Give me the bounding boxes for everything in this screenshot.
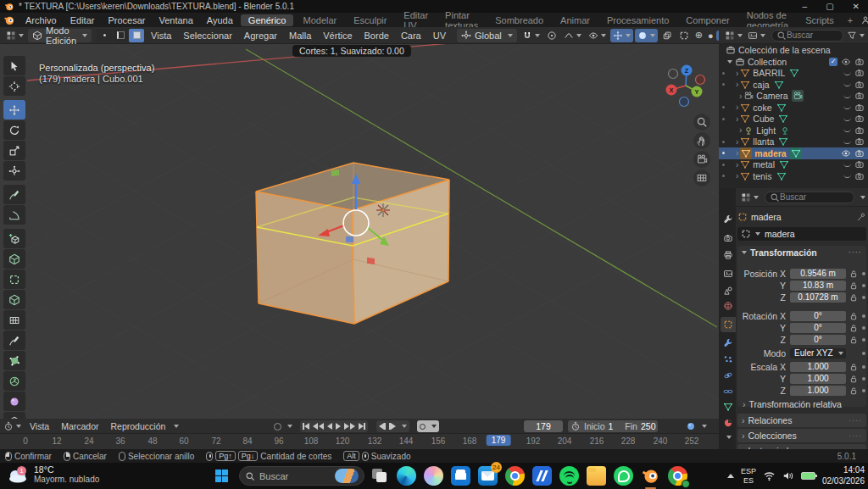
next-frame-button[interactable] [389, 420, 396, 432]
reproduccion-dropdown[interactable] [174, 425, 179, 428]
playhead-badge[interactable]: 179 [487, 435, 511, 446]
face-select-button[interactable] [129, 29, 144, 42]
tab-world[interactable] [721, 298, 736, 314]
workspace-tab-sombreado[interactable]: Sombreado [487, 14, 551, 26]
play-button[interactable] [336, 420, 341, 432]
gizmo-plane-x[interactable] [367, 258, 375, 264]
maximize-button[interactable] [826, 2, 833, 11]
posx-input[interactable]: 0.9546 m [790, 269, 846, 279]
timeline-ruler[interactable]: 0 12 24 36 48 60 72 84 96 108 120 132 14… [0, 434, 719, 449]
whatsapp-icon[interactable] [614, 466, 633, 486]
render-visibility-icon[interactable] [854, 125, 865, 136]
menu-malla[interactable]: Malla [283, 31, 317, 41]
prev-keyframe-button[interactable] [313, 420, 324, 432]
render-visibility-icon[interactable] [854, 114, 865, 124]
outliner-root[interactable]: Colección de la escena [719, 44, 868, 56]
tool-add-primitive[interactable] [3, 229, 25, 248]
menu-agregar[interactable]: Agregar [238, 31, 283, 41]
menu-borde[interactable]: Borde [359, 31, 395, 41]
battery-icon[interactable] [801, 472, 815, 480]
tab-material[interactable] [721, 415, 736, 431]
filter-dropdown[interactable] [860, 34, 865, 37]
media-app-icon[interactable] [532, 466, 552, 486]
tool-bevel[interactable] [3, 290, 25, 309]
menu-vertice[interactable]: Vértice [317, 31, 358, 41]
blender-menu-icon[interactable] [3, 14, 15, 26]
language-indicator[interactable]: ESPES [741, 467, 756, 485]
tool-cursor[interactable] [3, 76, 25, 96]
outliner-display-mode-button[interactable] [748, 31, 765, 41]
timeline-editor-type-button[interactable] [3, 421, 21, 431]
roty-input[interactable]: 0° [790, 323, 846, 333]
panel-colecciones[interactable]: Colecciones [737, 429, 866, 442]
tool-smooth[interactable] [3, 392, 25, 411]
navigation-gizmo[interactable]: Z X Y [666, 65, 705, 107]
chrome-profile-icon[interactable] [668, 466, 687, 486]
rotation-mode-dropdown[interactable]: Euler XYZ [790, 348, 846, 358]
editor-type-button[interactable] [6, 31, 24, 41]
tool-rip-region[interactable] [3, 412, 25, 419]
clock[interactable]: 14:0402/03/2026 [822, 465, 865, 486]
eye-closed-icon[interactable] [843, 71, 851, 75]
eye-closed-icon[interactable] [843, 117, 851, 121]
render-visibility-icon[interactable] [854, 91, 865, 101]
lock-icon[interactable] [849, 269, 859, 279]
3d-viewport[interactable]: Z X Y Cortes: 1, Suavizado: 0.00 Persona… [0, 44, 719, 419]
jump-to-end-button[interactable] [359, 420, 365, 432]
tool-rotate[interactable] [3, 120, 25, 140]
animate-dot[interactable] [862, 314, 865, 318]
tab-physics[interactable] [721, 368, 736, 383]
minimize-button[interactable] [803, 2, 808, 11]
task-view-icon[interactable] [370, 466, 389, 486]
lock-icon[interactable] [849, 311, 859, 321]
tool-measure[interactable] [3, 205, 25, 225]
close-button[interactable] [853, 2, 860, 11]
animate-dot[interactable] [862, 365, 865, 369]
zoom-button[interactable] [693, 114, 710, 131]
animate-dot[interactable] [862, 352, 865, 355]
autokey-group[interactable] [417, 420, 439, 432]
mesh-box[interactable] [256, 163, 449, 324]
autokey-dropdown[interactable] [431, 425, 437, 428]
tabs-overflow-chevron[interactable] [726, 436, 732, 439]
tab-scene[interactable] [721, 283, 736, 298]
scalez-input[interactable]: 1.000 [790, 386, 846, 396]
local-view-toggle[interactable] [659, 29, 675, 42]
microsoft-store-icon[interactable] [451, 466, 470, 486]
render-visibility-icon[interactable] [854, 80, 865, 90]
workspace-tab-generico[interactable]: Genérico [241, 14, 294, 26]
play-reverse-button[interactable] [327, 420, 332, 432]
axis-ball-minus-z[interactable] [680, 97, 689, 107]
prev-frame-button[interactable] [379, 420, 386, 432]
animate-dot[interactable] [862, 272, 865, 275]
tray-expand-chevron[interactable] [727, 474, 734, 478]
tab-modifiers[interactable] [721, 336, 736, 351]
tool-poly-build[interactable] [3, 351, 25, 370]
edge-select-button[interactable] [113, 29, 128, 42]
eye-closed-icon[interactable] [843, 163, 851, 167]
volume-icon[interactable] [782, 470, 794, 481]
menu-editar[interactable]: Editar [64, 15, 102, 25]
menu-ventana[interactable]: Ventana [152, 15, 199, 25]
properties-options-dropdown[interactable] [860, 196, 865, 199]
animate-dot[interactable] [862, 284, 865, 287]
tool-scale[interactable] [3, 141, 25, 160]
tool-loop-cut[interactable] [3, 310, 25, 330]
posz-input[interactable]: 0.10728 m [790, 292, 846, 303]
menu-uv[interactable]: UV [427, 31, 452, 41]
tool-extrude-region[interactable] [3, 249, 25, 269]
menu-vista[interactable]: Vista [145, 31, 177, 41]
tab-tool[interactable] [721, 212, 736, 227]
shading-solid-button[interactable]: ● [705, 31, 716, 41]
render-visibility-icon[interactable] [854, 136, 865, 147]
spotify-icon[interactable] [559, 466, 579, 486]
subpanel-relative-transform[interactable]: Transformación relativa [737, 398, 866, 410]
gizmo-plane-y[interactable] [331, 169, 339, 176]
empty-axes-object[interactable] [376, 203, 390, 217]
workspace-add-button[interactable]: + [843, 15, 858, 25]
workspace-tab-procesamiento[interactable]: Procesamiento [599, 14, 676, 26]
eye-icon[interactable] [841, 57, 851, 67]
render-visibility-icon[interactable] [854, 103, 865, 113]
vertex-select-button[interactable] [97, 29, 112, 42]
posy-input[interactable]: 10.83 m [790, 281, 846, 291]
